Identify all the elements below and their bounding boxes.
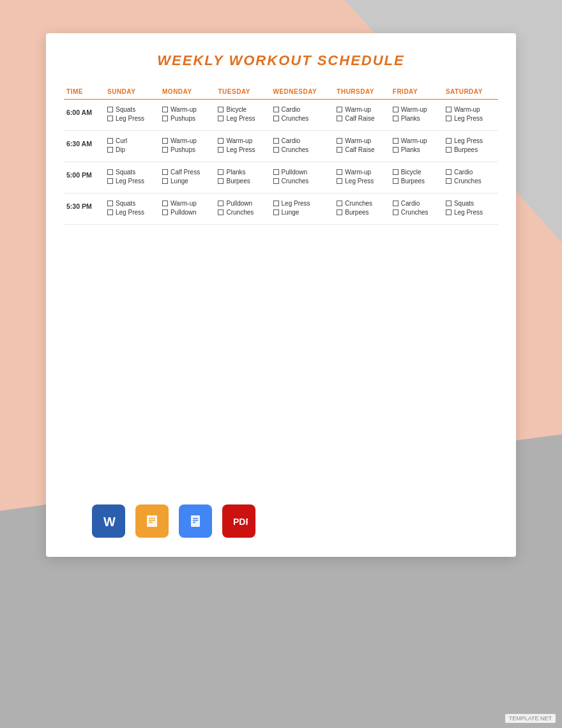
checkbox-icon[interactable] xyxy=(218,116,224,121)
exercise-item: Calf Raise xyxy=(337,115,387,122)
exercise-item: Calf Raise xyxy=(337,146,387,153)
checkbox-icon[interactable] xyxy=(107,138,113,144)
checkbox-icon[interactable] xyxy=(393,138,399,144)
checkbox-icon[interactable] xyxy=(337,107,342,112)
exercise-label: Warm-up xyxy=(345,169,371,176)
exercise-item: Pulldown xyxy=(273,169,332,176)
cell-wednesday-1: CardioCrunches xyxy=(271,131,335,162)
checkbox-icon[interactable] xyxy=(218,201,224,206)
checkbox-icon[interactable] xyxy=(162,138,168,144)
header-monday: MONDAY xyxy=(160,84,215,100)
checkbox-icon[interactable] xyxy=(107,209,113,215)
checkbox-icon[interactable] xyxy=(218,107,224,112)
exercise-label: Leg Press xyxy=(226,146,255,153)
exercise-label: Warm-up xyxy=(171,106,197,113)
checkbox-icon[interactable] xyxy=(446,116,452,121)
exercise-item: Warm-up xyxy=(393,106,441,113)
word-icon[interactable]: W xyxy=(92,504,125,538)
exercise-item: Pushups xyxy=(162,115,213,122)
checkbox-icon[interactable] xyxy=(337,169,342,175)
checkbox-icon[interactable] xyxy=(162,107,168,112)
checkbox-icon[interactable] xyxy=(218,169,224,175)
exercise-label: Leg Press xyxy=(454,137,483,144)
checkbox-icon[interactable] xyxy=(337,178,342,184)
checkbox-icon[interactable] xyxy=(446,169,452,175)
checkbox-icon[interactable] xyxy=(446,201,452,206)
exercise-item: Warm-up xyxy=(162,137,213,144)
exercise-item: Crunches xyxy=(218,209,268,216)
checkbox-icon[interactable] xyxy=(446,147,452,153)
checkbox-icon[interactable] xyxy=(393,209,399,215)
exercise-item: Warm-up xyxy=(446,106,496,113)
svg-rect-8 xyxy=(191,515,200,527)
docs-icon[interactable] xyxy=(179,504,212,538)
page-title: WEEKLY WORKOUT SCHEDULE xyxy=(64,52,498,69)
exercise-label: Cardio xyxy=(454,169,473,176)
exercise-item: Crunches xyxy=(273,178,332,185)
checkbox-icon[interactable] xyxy=(162,116,168,121)
header-saturday: SATURDAY xyxy=(443,84,498,100)
exercise-item: Burpees xyxy=(337,209,387,216)
cell-monday-1: Warm-upPushups xyxy=(160,131,215,162)
app-icons-row: W PDF xyxy=(92,504,255,538)
checkbox-icon[interactable] xyxy=(337,201,342,206)
checkbox-icon[interactable] xyxy=(107,169,113,175)
exercise-item: Calf Press xyxy=(162,169,213,176)
checkbox-icon[interactable] xyxy=(162,169,168,175)
checkbox-icon[interactable] xyxy=(393,107,399,112)
exercise-item: Leg Press xyxy=(446,115,496,122)
time-cell: 6:30 AM xyxy=(64,131,105,162)
exercise-item: Bicycle xyxy=(218,106,268,113)
exercise-item: Warm-up xyxy=(218,137,268,144)
checkbox-icon[interactable] xyxy=(337,116,342,121)
checkbox-icon[interactable] xyxy=(107,107,113,112)
checkbox-icon[interactable] xyxy=(218,209,224,215)
checkbox-icon[interactable] xyxy=(393,147,399,153)
exercise-item: Leg Press xyxy=(273,200,332,207)
exercise-item: Bicycle xyxy=(393,169,441,176)
checkbox-icon[interactable] xyxy=(273,116,279,121)
pages-icon[interactable] xyxy=(135,504,169,538)
exercise-item: Burpees xyxy=(218,178,268,185)
exercise-label: Leg Press xyxy=(226,115,255,122)
pdf-icon[interactable]: PDF xyxy=(222,504,255,538)
checkbox-icon[interactable] xyxy=(446,107,452,112)
checkbox-icon[interactable] xyxy=(393,201,399,206)
checkbox-icon[interactable] xyxy=(162,209,168,215)
checkbox-icon[interactable] xyxy=(393,169,399,175)
checkbox-icon[interactable] xyxy=(218,147,224,153)
checkbox-icon[interactable] xyxy=(337,209,342,215)
checkbox-icon[interactable] xyxy=(218,178,224,184)
checkbox-icon[interactable] xyxy=(446,178,452,184)
checkbox-icon[interactable] xyxy=(107,201,113,206)
exercise-item: Leg Press xyxy=(107,115,157,122)
checkbox-icon[interactable] xyxy=(337,147,342,153)
checkbox-icon[interactable] xyxy=(273,147,279,153)
checkbox-icon[interactable] xyxy=(273,201,279,206)
checkbox-icon[interactable] xyxy=(107,178,113,184)
exercise-item: Squats xyxy=(107,200,157,207)
exercise-label: Warm-up xyxy=(226,137,252,144)
exercise-label: Pulldown xyxy=(282,169,308,176)
checkbox-icon[interactable] xyxy=(107,147,113,153)
exercise-item: Squats xyxy=(107,169,157,176)
checkbox-icon[interactable] xyxy=(273,209,279,215)
checkbox-icon[interactable] xyxy=(273,138,279,144)
checkbox-icon[interactable] xyxy=(162,178,168,184)
exercise-label: Crunches xyxy=(401,209,429,216)
checkbox-icon[interactable] xyxy=(218,138,224,144)
exercise-item: Leg Press xyxy=(446,209,496,216)
checkbox-icon[interactable] xyxy=(393,178,399,184)
checkbox-icon[interactable] xyxy=(273,178,279,184)
checkbox-icon[interactable] xyxy=(446,209,452,215)
checkbox-icon[interactable] xyxy=(162,147,168,153)
checkbox-icon[interactable] xyxy=(107,116,113,121)
exercise-label: Squats xyxy=(116,200,135,207)
checkbox-icon[interactable] xyxy=(337,138,342,144)
checkbox-icon[interactable] xyxy=(393,116,399,121)
checkbox-icon[interactable] xyxy=(273,107,279,112)
checkbox-icon[interactable] xyxy=(446,138,452,144)
checkbox-icon[interactable] xyxy=(162,201,168,206)
header-friday: FRIDAY xyxy=(390,84,443,100)
checkbox-icon[interactable] xyxy=(273,169,279,175)
